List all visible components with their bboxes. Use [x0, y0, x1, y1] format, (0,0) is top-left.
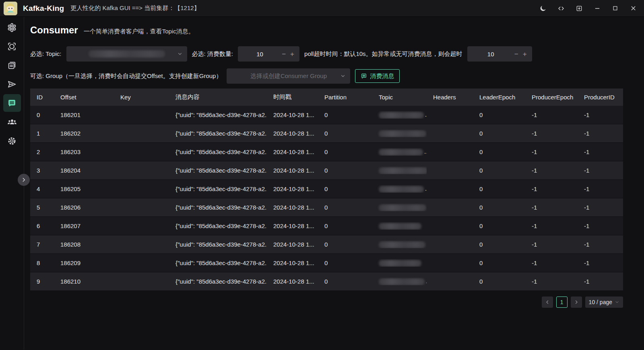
- poll-timeout-input[interactable]: 10 − +: [467, 46, 532, 62]
- sidebar-item-cluster[interactable]: [3, 19, 21, 36]
- close-icon[interactable]: [624, 0, 642, 16]
- cell-timestamp: 2024-10-28 1...: [267, 204, 318, 211]
- sidebar-item-settings[interactable]: [3, 132, 21, 150]
- cell-partition: 0: [318, 185, 372, 192]
- page-number-button[interactable]: 1: [556, 296, 568, 308]
- redacted-topic-value: [379, 204, 426, 211]
- cell-partition: 0: [318, 167, 372, 174]
- sidebar-expand-button[interactable]: [18, 174, 30, 186]
- table-row[interactable]: 4186205{"uuid": "85d6a3ec-d39e-4278-a2..…: [30, 180, 623, 198]
- table-row[interactable]: 0186201{"uuid": "85d6a3ec-d39e-4278-a2..…: [30, 106, 623, 124]
- table-header-row: IDOffsetKey消息内容时间戳PartitionTopicHeadersL…: [30, 89, 623, 106]
- cell-producer_epoch: -1: [525, 241, 578, 248]
- cell-producer_epoch: -1: [525, 222, 578, 229]
- sidebar-item-producer[interactable]: [3, 75, 21, 93]
- page-title: Consumer: [30, 25, 78, 36]
- cell-topic: ..: [372, 185, 427, 193]
- cell-id: 3: [30, 167, 54, 174]
- redacted-topic-value: [379, 186, 424, 193]
- consume-messages-label: 消费消息: [370, 72, 394, 80]
- sidebar-item-monitor[interactable]: [3, 37, 21, 55]
- message-icon: [361, 73, 367, 79]
- table-row[interactable]: 3186204{"uuid": "85d6a3ec-d39e-4278-a2..…: [30, 161, 623, 180]
- cell-producer_epoch: -1: [525, 204, 578, 211]
- table-row[interactable]: 1186202{"uuid": "85d6a3ec-d39e-4278-a2..…: [30, 124, 623, 143]
- cell-message: {"uuid": "85d6a3ec-d39e-4278-a2...: [169, 111, 267, 118]
- page-subtitle: 一个简单消费者客户端，查看Topic消息。: [84, 28, 194, 35]
- consume-count-value: 10: [238, 51, 282, 58]
- table-row[interactable]: 7186208{"uuid": "85d6a3ec-d39e-4278-a2..…: [30, 235, 623, 254]
- table-row[interactable]: 6186207{"uuid": "85d6a3ec-d39e-4278-a2..…: [30, 217, 623, 235]
- count-label: 必选: 消费数量:: [192, 50, 233, 58]
- cell-partition: 0: [318, 111, 372, 118]
- cell-timestamp: 2024-10-28 1...: [267, 241, 318, 248]
- messages-table: IDOffsetKey消息内容时间戳PartitionTopicHeadersL…: [30, 89, 623, 291]
- cell-partition: 0: [318, 130, 372, 137]
- table-row[interactable]: 2186203{"uuid": "85d6a3ec-d39e-4278-a2..…: [30, 143, 623, 161]
- topic-suffix: ..: [425, 185, 427, 192]
- redacted-topic-value: [379, 130, 426, 137]
- consumer-form-row-2: 可选: Group（一旦选择，消费时会自动提交Offset。支持创建新Group…: [30, 68, 644, 84]
- consume-messages-button[interactable]: 消费消息: [355, 69, 400, 83]
- cell-offset: 186202: [54, 130, 114, 137]
- count-plus-button[interactable]: +: [290, 51, 294, 58]
- page-size-select[interactable]: 10 / page: [585, 296, 623, 308]
- table-row[interactable]: 5186206{"uuid": "85d6a3ec-d39e-4278-a2..…: [30, 198, 623, 217]
- cell-leader_epoch: 0: [473, 167, 525, 174]
- group-select-placeholder: 选择或创建Consumer Group: [250, 72, 327, 80]
- chevron-down-icon: [177, 51, 183, 57]
- cell-offset: 186205: [54, 185, 114, 192]
- table-row[interactable]: 9186210{"uuid": "85d6a3ec-d39e-4278-a2..…: [30, 272, 623, 291]
- window-controls: [534, 0, 644, 16]
- cell-topic: ..: [372, 130, 427, 137]
- settings-gear-icon: [7, 136, 17, 146]
- cell-partition: 0: [318, 204, 372, 211]
- cell-topic: .: [372, 241, 427, 248]
- cell-message: {"uuid": "85d6a3ec-d39e-4278-a2...: [169, 259, 267, 266]
- sidebar-item-consumer[interactable]: [3, 94, 21, 112]
- cluster-nodes-icon: [7, 23, 17, 33]
- cell-producer_epoch: -1: [525, 167, 578, 174]
- sidebar-item-groups[interactable]: [3, 113, 21, 131]
- topic-select[interactable]: [66, 46, 187, 62]
- group-label: 可选: Group（一旦选择，消费时会自动提交Offset。支持创建新Group…: [30, 72, 222, 80]
- app-title: Kafka-King: [23, 4, 64, 13]
- download-tray-icon[interactable]: [570, 0, 588, 16]
- poll-minus-button[interactable]: −: [514, 51, 518, 58]
- table-body: 0186201{"uuid": "85d6a3ec-d39e-4278-a2..…: [30, 106, 623, 291]
- cell-id: 5: [30, 204, 54, 211]
- count-minus-button[interactable]: −: [282, 51, 286, 58]
- cell-offset: 186210: [54, 278, 114, 285]
- cell-leader_epoch: 0: [473, 204, 525, 211]
- cell-timestamp: 2024-10-28 1...: [267, 278, 318, 285]
- cell-offset: 186206: [54, 204, 114, 211]
- cell-producer_id: -1: [578, 148, 623, 155]
- redacted-topic-value: [379, 167, 427, 174]
- maximize-icon[interactable]: [606, 0, 624, 16]
- cell-producer_id: -1: [578, 185, 623, 192]
- pagination: 1 10 / page: [30, 296, 623, 308]
- cell-producer_epoch: -1: [525, 278, 578, 285]
- group-select[interactable]: 选择或创建Consumer Group: [227, 68, 350, 84]
- redacted-topic-value: [379, 241, 425, 248]
- topic-suffix: ...: [425, 111, 427, 118]
- next-page-button[interactable]: [571, 296, 582, 308]
- cell-producer_epoch: -1: [525, 130, 578, 137]
- app-logo-avatar: [4, 2, 17, 15]
- consume-count-input[interactable]: 10 − +: [238, 46, 299, 62]
- moon-icon[interactable]: [534, 0, 552, 16]
- cell-leader_epoch: 0: [473, 222, 525, 229]
- sidebar-item-topics[interactable]: [3, 56, 21, 74]
- cell-producer_id: -1: [578, 111, 623, 118]
- cell-topic: ...: [372, 111, 427, 119]
- minimize-icon[interactable]: [588, 0, 606, 16]
- table-row[interactable]: 8186209{"uuid": "85d6a3ec-d39e-4278-a2..…: [30, 254, 623, 272]
- code-brackets-icon[interactable]: [552, 0, 570, 16]
- cell-producer_id: -1: [578, 241, 623, 248]
- poll-plus-button[interactable]: +: [523, 51, 527, 58]
- topics-docs-icon: [7, 60, 17, 70]
- prev-page-button[interactable]: [542, 296, 553, 308]
- chevron-down-icon: [615, 300, 619, 305]
- cell-partition: 0: [318, 259, 372, 266]
- column-header: ProducerID: [578, 94, 623, 101]
